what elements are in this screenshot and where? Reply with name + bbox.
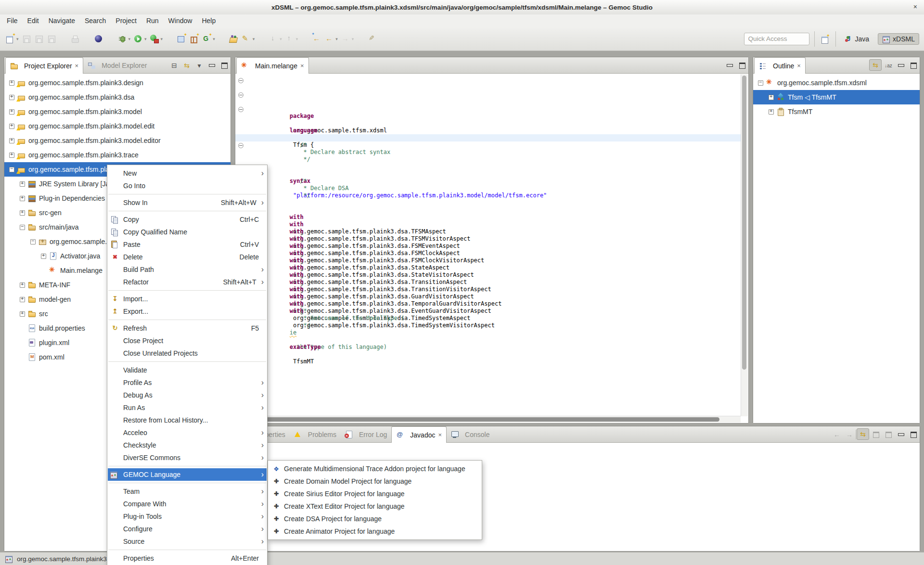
tree-expander[interactable] [19, 282, 26, 289]
close-icon[interactable]: × [300, 62, 304, 69]
tree-item[interactable]: org.gemoc.sample.tfsm.plaink3.model.edit [4, 119, 231, 133]
tree-expander[interactable] [8, 94, 15, 101]
tree-item[interactable]: org.gemoc.sample.tfsm.plaink3.dsa [4, 90, 231, 104]
context-menu-item[interactable]: Copy Qualified Name [108, 226, 267, 238]
tree-expander[interactable] [19, 339, 26, 347]
tree-item[interactable]: TfsmMT [753, 104, 920, 119]
toolbar-button[interactable] [176, 33, 187, 45]
tree-expander[interactable] [768, 108, 775, 116]
tree-expander[interactable] [8, 137, 15, 144]
perspective-xdsml-button[interactable]: xDSML [878, 33, 919, 45]
close-icon[interactable]: × [797, 62, 801, 69]
context-menu-item[interactable] [108, 481, 267, 485]
context-menu-item[interactable]: Team › [108, 485, 267, 498]
context-menu-item[interactable]: Build Path › [108, 263, 267, 276]
menu[interactable]: Project [111, 14, 141, 27]
context-menu-item[interactable]: Compare With › [108, 498, 267, 510]
context-menu-item[interactable]: ↥ Export... [108, 305, 267, 318]
quick-access-input[interactable] [744, 33, 809, 45]
minimize-button[interactable] [724, 60, 735, 71]
tree-item[interactable]: org.gemoc.sample.tfsm.plaink3.model.edit… [4, 133, 231, 148]
context-menu-item[interactable] [108, 288, 267, 293]
scrollbar-thumb[interactable] [742, 76, 746, 370]
tree-expander[interactable] [8, 79, 15, 87]
context-menu-item[interactable]: Checkstyle › [108, 439, 267, 451]
context-menu-item[interactable]: Configure › [108, 523, 267, 535]
submenu-item[interactable]: ✚ Create Animator Project for language [269, 525, 481, 538]
toolbar-button[interactable] [228, 33, 240, 45]
tree-expander[interactable] [40, 267, 47, 274]
tab-outline[interactable]: Outline × [754, 57, 806, 74]
chevron-down-icon[interactable]: ▾ [253, 37, 255, 41]
scrollbar-thumb[interactable] [238, 417, 719, 422]
toolbar-button[interactable]: ▾ [132, 33, 148, 45]
bottom-tab[interactable]: Problems [290, 426, 341, 442]
context-menu-item[interactable]: Close Unrelated Projects [108, 347, 267, 360]
fold-minus-icon[interactable] [238, 92, 244, 98]
tree-item[interactable]: org.gemoc.sample.tfsm.plaink3.design [4, 76, 231, 90]
tree-expander[interactable] [19, 224, 26, 231]
submenu-item[interactable]: ✚ Create XText Editor Project for langua… [269, 500, 481, 513]
context-menu-item[interactable]: DiverSE Commons › [108, 451, 267, 464]
tree-expander[interactable] [8, 123, 15, 130]
context-menu-item[interactable]: GEMOC Language › [108, 468, 267, 481]
context-menu-item[interactable] [108, 318, 267, 322]
toolbar-button[interactable]: ▾ [340, 33, 355, 45]
fold-minus-icon[interactable] [238, 78, 244, 83]
context-menu-item[interactable]: Go Into [108, 180, 267, 192]
context-menu-item[interactable]: Restore from Local History... [108, 414, 267, 426]
menu[interactable]: Help [197, 14, 220, 27]
toolbar-button[interactable]: ▾ [268, 33, 283, 45]
context-menu-item[interactable]: Close Project [108, 334, 267, 347]
chevron-down-icon[interactable]: ▾ [296, 37, 298, 41]
chevron-down-icon[interactable]: ▾ [280, 37, 282, 41]
context-menu-item[interactable]: Plug-in Tools › [108, 510, 267, 523]
context-menu-item[interactable]: Refactor Shift+Alt+T › [108, 276, 267, 288]
submenu-item[interactable]: ✚ Create Sirius Editor Project for langu… [269, 488, 481, 500]
menu[interactable]: File [2, 14, 23, 27]
toolbar-button[interactable] [311, 33, 322, 45]
chevron-down-icon[interactable]: ▾ [128, 37, 131, 41]
minimize-button[interactable] [206, 60, 218, 71]
tab-model-explorer[interactable]: Model Explorer [83, 57, 151, 73]
tree-expander[interactable] [768, 94, 775, 101]
chevron-down-icon[interactable]: ▾ [213, 37, 215, 41]
menu[interactable]: Navigate [44, 14, 80, 27]
tree-expander[interactable] [19, 310, 26, 318]
code-editor[interactable]: package org.gemoc.sample.tfsm.xdsml lan [235, 74, 741, 416]
toolbar-button[interactable]: ▾ [201, 33, 216, 45]
submenu-item[interactable]: ✚ Create DSA Project for language [269, 513, 481, 525]
tree-item[interactable]: org.gemoc.sample.tfsm.plaink3.model [4, 104, 231, 119]
menu[interactable]: Search [80, 14, 111, 27]
tree-expander[interactable] [8, 108, 15, 116]
maximize-button[interactable] [218, 60, 230, 71]
context-menu-item[interactable]: Profile As › [108, 376, 267, 389]
toolbar-button[interactable]: ▾ [284, 33, 299, 45]
view-menu-button[interactable]: ▾ [193, 60, 205, 71]
toolbar-button[interactable] [367, 33, 378, 45]
menu[interactable]: Window [164, 14, 197, 27]
back-button[interactable]: ← [831, 429, 843, 440]
tree-expander[interactable] [8, 152, 15, 159]
context-menu-item[interactable]: Paste Ctrl+V [108, 238, 267, 251]
minimize-button[interactable] [895, 60, 907, 71]
sort-button[interactable]: ↓az [883, 60, 894, 71]
submenu-item[interactable]: ❖ Generate Multidimensional Trace Addon … [269, 462, 481, 475]
toolbar-button[interactable]: ▾ [149, 33, 164, 45]
perspective-java-button[interactable]: Java [841, 34, 873, 44]
bottom-tab[interactable]: Error Log [341, 426, 391, 442]
link-with-editor-button[interactable]: ⇆ [869, 59, 882, 71]
tree-expander[interactable] [8, 166, 15, 173]
context-menu-item[interactable]: ↧ Import... [108, 293, 267, 305]
close-icon[interactable]: × [75, 62, 79, 69]
editor-horizontal-scrollbar[interactable] [236, 416, 741, 423]
bottom-tab[interactable]: Console [447, 426, 494, 442]
tree-expander[interactable] [29, 238, 37, 245]
context-menu-item[interactable]: New › [108, 167, 267, 180]
context-menu-item[interactable] [108, 548, 267, 552]
editor-vertical-scrollbar[interactable] [741, 74, 748, 416]
tree-item[interactable]: Tfsm ◁ TfsmMT [753, 90, 920, 104]
context-menu-item[interactable]: ↻ Refresh F5 [108, 322, 267, 334]
context-menu-item[interactable]: Acceleo › [108, 426, 267, 439]
toolbar-button[interactable]: ▾ [4, 33, 20, 45]
